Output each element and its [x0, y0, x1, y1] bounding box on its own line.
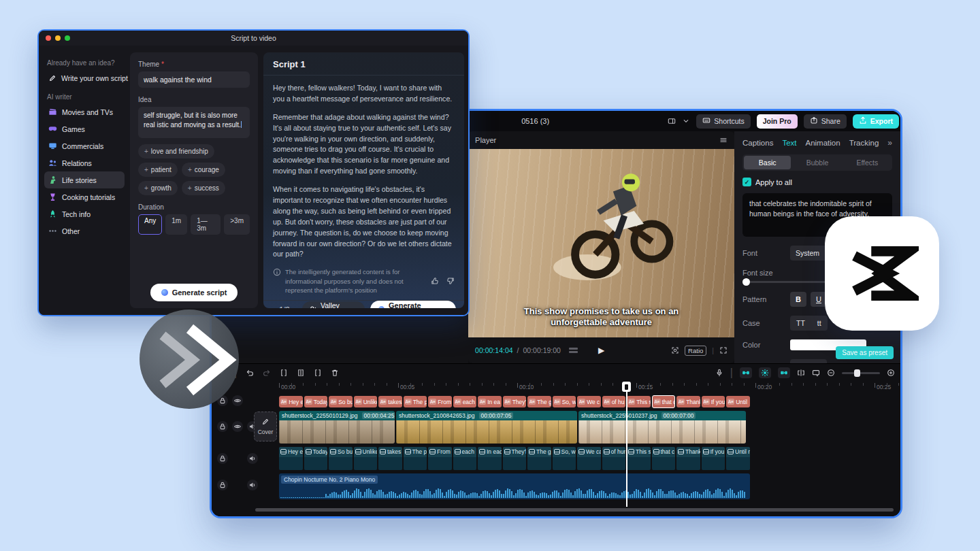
tab-tracking[interactable]: Tracking	[849, 139, 879, 147]
apply-to-all-checkbox[interactable]: ✓	[742, 178, 751, 186]
caption-clip[interactable]: A≡So bu	[329, 396, 353, 407]
sidebar-item-write-own-script[interactable]: Write your own script	[44, 69, 125, 86]
join-pro-button[interactable]: Join Pro	[757, 114, 798, 129]
text-clip[interactable]: So bu	[329, 447, 353, 470]
shortcuts-button[interactable]: Shortcuts	[696, 114, 750, 129]
text-clip[interactable]: that c	[652, 447, 676, 470]
tag-love-and-friendship[interactable]: +love and friendship	[138, 144, 214, 158]
video-clip[interactable]: shutterstock_2255010237.jpg00:00:07:00	[578, 411, 746, 444]
text-clip[interactable]: From	[428, 447, 452, 470]
caption-clip[interactable]: A≡This s	[627, 396, 651, 407]
more-tabs-icon[interactable]: »	[887, 138, 892, 148]
text-clip[interactable]: If you	[702, 447, 725, 470]
split-icon[interactable]	[280, 369, 288, 377]
redo-icon[interactable]	[263, 369, 271, 377]
uppercase-button[interactable]: TT	[790, 316, 811, 331]
text-clip[interactable]: Until r	[726, 447, 750, 470]
tab-text[interactable]: Text	[782, 139, 796, 147]
play-button[interactable]: ▶	[598, 346, 604, 355]
caption-clip[interactable]: A≡In ea	[478, 396, 502, 407]
subtab-basic[interactable]: Basic	[744, 156, 791, 169]
duration-option-Any[interactable]: Any	[138, 214, 162, 235]
voice-select[interactable]: Valley Girl	[302, 301, 365, 308]
auto-ripple-toggle[interactable]	[778, 367, 790, 378]
caption-clip[interactable]: A≡From	[428, 396, 452, 407]
record-voiceover-icon[interactable]	[715, 369, 723, 377]
lowercase-button[interactable]: tt	[811, 316, 828, 331]
subtab-effects[interactable]: Effects	[844, 156, 891, 169]
tab-animation[interactable]: Animation	[806, 139, 840, 147]
generate-video-button[interactable]: Generate video	[370, 301, 456, 308]
video-preview[interactable]: This show promises to take us on an unfo…	[468, 149, 734, 337]
split-frame-icon[interactable]	[797, 369, 805, 377]
quality-icon[interactable]	[569, 348, 578, 353]
text-clip[interactable]: each	[453, 447, 477, 470]
caption-clip[interactable]: A≡takes	[378, 396, 402, 407]
duration-option-3m[interactable]: >3m	[224, 214, 250, 235]
bold-button[interactable]: B	[790, 292, 806, 307]
caption-clip[interactable]: A≡They'	[503, 396, 527, 407]
sidebar-item-games[interactable]: Games	[44, 120, 125, 137]
tag-success[interactable]: +success	[182, 181, 225, 195]
minimize-button[interactable]	[55, 35, 61, 41]
text-clip[interactable]: They'l	[503, 447, 527, 470]
delete-icon[interactable]	[331, 369, 339, 377]
preview-focus-icon[interactable]	[671, 346, 679, 354]
caption-clip[interactable]: A≡The p	[404, 396, 427, 407]
timeline-ruler[interactable]: 00:0000:0500:1000:1500:2000:25	[212, 382, 900, 395]
generate-script-button[interactable]: Generate script	[150, 284, 238, 301]
next-page-button[interactable]: ›	[295, 305, 297, 308]
caption-clip[interactable]: A≡We c	[577, 396, 601, 407]
video-clip[interactable]: shutterstock_2255010129.jpg00:00:04:25	[279, 411, 395, 444]
text-clip[interactable]: So, w	[553, 447, 576, 470]
timeline-zoom-slider[interactable]	[842, 372, 880, 374]
sidebar-item-life-stories[interactable]: Life stories	[44, 171, 125, 188]
idea-input[interactable]: self struggle, but it is also more real …	[138, 107, 250, 138]
caption-clip[interactable]: A≡Today	[304, 396, 328, 407]
theme-input[interactable]	[138, 71, 250, 88]
caption-clip[interactable]: A≡Hey e	[279, 396, 303, 407]
text-clip[interactable]: The g	[527, 447, 551, 470]
close-button[interactable]	[46, 35, 51, 41]
sidebar-item-commercials[interactable]: Commercials	[44, 137, 125, 154]
tag-growth[interactable]: +growth	[138, 181, 178, 195]
caption-clip[interactable]: A≡that c	[652, 395, 676, 408]
tab-captions[interactable]: Captions	[742, 139, 773, 147]
playhead-line[interactable]	[626, 382, 627, 507]
horizontal-scrollbar[interactable]	[255, 508, 894, 512]
caption-clip[interactable]: A≡If you	[702, 396, 725, 407]
thumbs-down-icon[interactable]	[446, 277, 455, 285]
fullscreen-icon[interactable]	[719, 346, 728, 354]
share-button[interactable]: Share	[804, 114, 847, 129]
duration-option-1m[interactable]: 1m	[165, 214, 187, 235]
text-clip[interactable]: of hur	[602, 447, 626, 470]
video-clip[interactable]: shutterstock_2100842653.jpg00:00:07:05	[396, 411, 577, 444]
duration-option-13m[interactable]: 1—3m	[191, 214, 220, 235]
caption-clip[interactable]: A≡each	[453, 396, 477, 407]
tag-patient[interactable]: +patient	[138, 163, 178, 177]
text-clip[interactable]: We ca	[577, 447, 601, 470]
text-clip[interactable]: Unlike	[354, 447, 378, 470]
sidebar-item-tech-info[interactable]: Tech info	[44, 205, 125, 222]
caption-clip[interactable]: A≡So, w	[553, 396, 576, 407]
layout-icon[interactable]	[668, 117, 676, 125]
subtab-bubble[interactable]: Bubble	[794, 156, 840, 169]
thumbs-up-icon[interactable]	[431, 277, 439, 285]
save-as-preset-button[interactable]: Save as preset	[836, 346, 894, 359]
caption-clip[interactable]: A≡Unlike	[354, 396, 378, 407]
caption-clip[interactable]: A≡Until	[726, 396, 750, 407]
text-clip[interactable]: Today	[304, 447, 328, 470]
zoom-out-icon[interactable]	[827, 369, 835, 377]
link-clips-toggle[interactable]	[740, 367, 752, 378]
text-clip[interactable]: Thank	[676, 447, 700, 470]
caption-clip[interactable]: A≡of hu	[602, 396, 626, 407]
ratio-button[interactable]: Ratio	[685, 346, 706, 356]
split-right-icon[interactable]	[314, 369, 322, 377]
text-clip[interactable]: Hey e	[279, 447, 303, 470]
zoom-in-icon[interactable]	[887, 369, 895, 377]
layout-caret-icon[interactable]	[682, 117, 690, 125]
tag-courage[interactable]: +courage	[182, 163, 225, 177]
player-menu-icon[interactable]	[719, 136, 728, 144]
zoom-button[interactable]	[65, 35, 70, 41]
audio-clip[interactable]: Chopin Nocturne No. 2 Piano Mono	[279, 473, 750, 499]
